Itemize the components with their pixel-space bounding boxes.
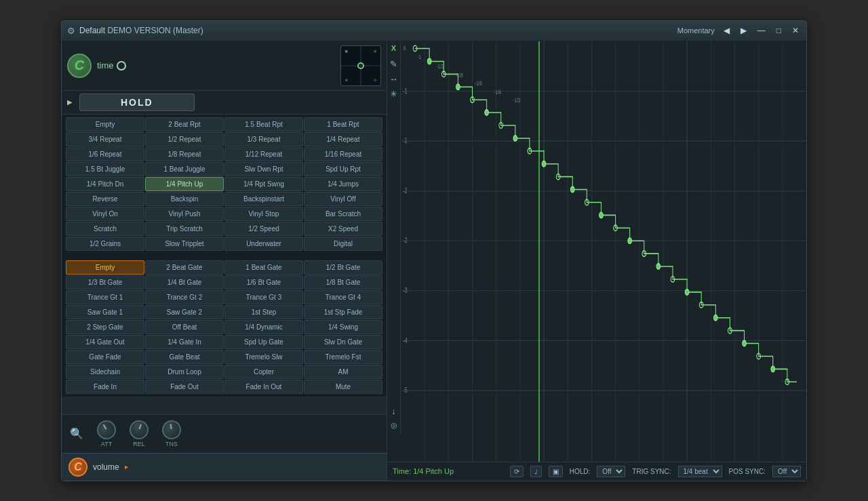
grid1-btn-6-1[interactable]: Vinyl Push bbox=[145, 207, 224, 221]
grid1-btn-4-0[interactable]: 1/4 Pitch Dn bbox=[66, 177, 144, 191]
grid1-btn-7-0[interactable]: Scratch bbox=[66, 222, 144, 236]
grid1-btn-8-0[interactable]: 1/2 Grains bbox=[66, 237, 144, 251]
grid2-btn-5-0[interactable]: 1/4 Gate Out bbox=[66, 335, 144, 349]
maximize-btn[interactable]: □ bbox=[774, 26, 783, 35]
grid2-btn-8-2[interactable]: Fade In Out bbox=[224, 380, 303, 394]
grid2-btn-0-2[interactable]: 1 Beat Gate bbox=[224, 260, 303, 275]
grid2-btn-0-0[interactable]: Empty bbox=[66, 260, 144, 275]
grid2-btn-0-3[interactable]: 1/2 Bt Gate bbox=[304, 260, 382, 275]
grid1-btn-6-2[interactable]: Vinyl Stop bbox=[224, 207, 303, 221]
loop-btn[interactable]: ⟳ bbox=[510, 466, 524, 477]
grid2-btn-8-1[interactable]: Fade Out bbox=[145, 380, 224, 394]
grid1-btn-4-1[interactable]: 1/4 Pitch Up bbox=[145, 177, 224, 191]
volume-arrow[interactable]: ▸ bbox=[125, 463, 128, 470]
grid2-btn-6-2[interactable]: Tremelo Slw bbox=[224, 350, 303, 364]
grid1-btn-2-3[interactable]: 1/16 Repeat bbox=[304, 147, 382, 161]
att-knob[interactable] bbox=[94, 416, 119, 442]
tool-move[interactable]: ↔ bbox=[389, 74, 399, 85]
grid2-btn-4-0[interactable]: 2 Step Gate bbox=[66, 320, 144, 334]
grid2-btn-1-2[interactable]: 1/6 Bt Gate bbox=[224, 275, 303, 289]
grid2-btn-6-3[interactable]: Tremelo Fst bbox=[304, 350, 382, 364]
grid2-btn-3-2[interactable]: 1st Step bbox=[224, 305, 303, 319]
grid1-btn-7-3[interactable]: X2 Speed bbox=[304, 222, 382, 236]
minimize-btn[interactable]: — bbox=[755, 26, 768, 35]
trig-sync-select[interactable]: 1/4 beat bbox=[678, 466, 722, 477]
grid2-btn-2-0[interactable]: Trance Gt 1 bbox=[66, 290, 144, 304]
tns-knob[interactable] bbox=[161, 418, 182, 440]
xy-pad[interactable] bbox=[340, 45, 381, 86]
grid2-btn-7-0[interactable]: Sidechain bbox=[66, 365, 144, 379]
grid1-btn-8-3[interactable]: Digital bbox=[304, 237, 382, 251]
grid1-btn-3-3[interactable]: Spd Up Rpt bbox=[304, 162, 382, 176]
play-btn[interactable]: ▶ bbox=[67, 98, 73, 106]
grid1-btn-0-0[interactable]: Empty bbox=[66, 117, 144, 132]
grid1-btn-3-0[interactable]: 1.5 Bt Juggle bbox=[66, 162, 144, 176]
tool-star[interactable]: ✳ bbox=[389, 89, 399, 100]
grid2-btn-1-0[interactable]: 1/3 Bt Gate bbox=[66, 275, 144, 289]
hold-select[interactable]: Off bbox=[597, 466, 625, 477]
grid1-btn-1-2[interactable]: 1/3 Repeat bbox=[224, 132, 303, 146]
grid1-btn-5-2[interactable]: Backspinstart bbox=[224, 192, 303, 206]
grid1-btn-1-3[interactable]: 1/4 Repeat bbox=[304, 132, 382, 146]
close-btn[interactable]: ✕ bbox=[790, 26, 801, 35]
grid1-btn-5-0[interactable]: Reverse bbox=[66, 192, 144, 206]
grid2-btn-4-1[interactable]: Off Beat bbox=[145, 320, 224, 334]
grid1-btn-4-2[interactable]: 1/4 Rpt Swng bbox=[224, 177, 303, 191]
grid2-btn-2-3[interactable]: Trance Gt 4 bbox=[304, 290, 382, 304]
grid1-btn-0-3[interactable]: 1 Beat Rpt bbox=[304, 117, 382, 132]
grid1-btn-6-3[interactable]: Bar Scratch bbox=[304, 207, 382, 221]
grid2-btn-5-1[interactable]: 1/4 Gate In bbox=[145, 335, 224, 349]
grid2-btn-8-3[interactable]: Mute bbox=[304, 380, 382, 394]
grid1-btn-5-3[interactable]: Vinyl Off bbox=[304, 192, 382, 206]
grid1-btn-3-1[interactable]: 1 Beat Juggle bbox=[145, 162, 224, 176]
grid2-btn-7-3[interactable]: AM bbox=[304, 365, 382, 379]
grid2-btn-6-1[interactable]: Gate Beat bbox=[145, 350, 224, 364]
rel-knob[interactable] bbox=[127, 418, 151, 442]
metronome-btn[interactable]: ♩ bbox=[530, 466, 542, 477]
grid1-btn-2-0[interactable]: 1/6 Repeat bbox=[66, 147, 144, 161]
grid2-btn-1-3[interactable]: 1/8 Bt Gate bbox=[304, 275, 382, 289]
gear-icon[interactable]: ⚙ bbox=[67, 26, 75, 36]
grid1-btn-1-1[interactable]: 1/2 Repeat bbox=[145, 132, 224, 146]
grid1-btn-0-1[interactable]: 2 Beat Rpt bbox=[145, 117, 224, 132]
grid2-btn-6-0[interactable]: Gate Fade bbox=[66, 350, 144, 364]
grid2-btn-2-1[interactable]: Trance Gt 2 bbox=[145, 290, 224, 304]
grid1-btn-3-2[interactable]: Slw Dwn Rpt bbox=[224, 162, 303, 176]
roll-grid-area[interactable]: -1 -1 -2 -2 -3 -4 -5 X -1 -1/2 -1/8 -1/6… bbox=[401, 41, 806, 462]
xy-dot[interactable] bbox=[357, 62, 364, 69]
pos-sync-select[interactable]: Off bbox=[772, 466, 801, 477]
grid1-btn-5-1[interactable]: Backspin bbox=[145, 192, 224, 206]
grid1-btn-6-0[interactable]: Vinyl On bbox=[66, 207, 144, 221]
grid1-btn-7-1[interactable]: Trip Scratch bbox=[145, 222, 224, 236]
grid1-btn-2-2[interactable]: 1/12 Repeat bbox=[224, 147, 303, 161]
grid2-btn-0-1[interactable]: 2 Beat Gate bbox=[145, 260, 224, 275]
midi-btn[interactable]: ▣ bbox=[549, 466, 563, 477]
grid2-btn-4-2[interactable]: 1/4 Dynamic bbox=[224, 320, 303, 334]
nav-left-btn[interactable]: ◀ bbox=[722, 26, 732, 35]
grid2-btn-5-3[interactable]: Slw Dn Gate bbox=[304, 335, 382, 349]
grid2-btn-7-2[interactable]: Copter bbox=[224, 365, 303, 379]
grid1-btn-7-2[interactable]: 1/2 Speed bbox=[224, 222, 303, 236]
nav-right-btn[interactable]: ▶ bbox=[738, 26, 749, 35]
tool-down[interactable]: ↓ bbox=[389, 406, 399, 417]
grid2-btn-3-0[interactable]: Saw Gate 1 bbox=[66, 305, 144, 319]
grid2-btn-5-2[interactable]: Spd Up Gate bbox=[224, 335, 303, 349]
grid1-btn-4-3[interactable]: 1/4 Jumps bbox=[304, 177, 382, 191]
grid2-btn-2-2[interactable]: Trance Gt 3 bbox=[224, 290, 303, 304]
grid1-btn-1-0[interactable]: 3/4 Repeat bbox=[66, 132, 144, 146]
grid2-btn-3-3[interactable]: 1st Stp Fade bbox=[304, 305, 382, 319]
grid1-btn-8-2[interactable]: Underwater bbox=[224, 237, 303, 251]
grid1-btn-0-2[interactable]: 1.5 Beat Rpt bbox=[224, 117, 303, 132]
tool-circle[interactable]: ◎ bbox=[389, 421, 399, 432]
grid1-btn-2-1[interactable]: 1/8 Repeat bbox=[145, 147, 224, 161]
tool-pencil[interactable]: ✎ bbox=[389, 59, 399, 70]
grid2-btn-7-1[interactable]: Drum Loop bbox=[145, 365, 224, 379]
hold-button[interactable]: HOLD bbox=[79, 94, 195, 111]
grid1-btn-8-1[interactable]: Slow Tripplet bbox=[145, 237, 224, 251]
grid2-btn-3-1[interactable]: Saw Gate 2 bbox=[145, 305, 224, 319]
grid2-btn-1-1[interactable]: 1/4 Bt Gate bbox=[145, 275, 224, 289]
search-icon[interactable]: 🔍 bbox=[70, 427, 83, 440]
grid2-btn-8-0[interactable]: Fade In bbox=[66, 380, 144, 394]
grid2-btn-4-3[interactable]: 1/4 Swing bbox=[304, 320, 382, 334]
tool-x[interactable]: X bbox=[389, 44, 399, 55]
